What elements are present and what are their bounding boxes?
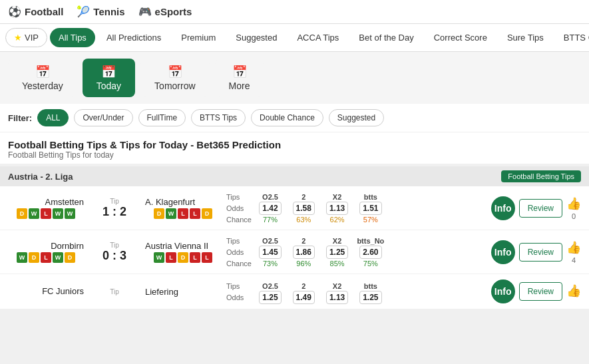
actions-section: Info Review 👍 0 <box>491 196 581 220</box>
info-button[interactable]: Info <box>491 196 515 220</box>
home-form: D W L W W <box>8 208 84 219</box>
tab-btts-ggng[interactable]: BTTS GG/NG <box>555 28 589 47</box>
score-section: Tip <box>89 288 140 295</box>
tab-bet-of-the-day[interactable]: Bet of the Day <box>350 28 422 47</box>
info-button[interactable]: Info <box>491 240 515 264</box>
tips-section: Tips O2.5 2 X2 btts Odds <box>226 192 386 224</box>
form-badge: L <box>202 252 212 263</box>
chance-cell-3: 62% <box>321 214 352 224</box>
page-subtitle: Football Betting Tips for today <box>8 150 581 160</box>
odds-row: Odds 1.25 1.49 1.13 1.25 <box>226 292 386 302</box>
like-button[interactable]: 👍 <box>566 240 581 255</box>
page-title-section: Football Betting Tips & Tips for Today -… <box>0 132 589 164</box>
info-button[interactable]: Info <box>491 279 515 303</box>
filter-over-under[interactable]: Over/Under <box>74 109 132 126</box>
teams-section: Dornbirn W D L W D Tip 0 : 3 Austria Vie… <box>8 241 221 263</box>
teams-section: Amstetten D W L W W Tip 1 : 2 A. Klagenf… <box>8 197 221 219</box>
home-form: W D L W D <box>8 252 84 263</box>
form-badge: W <box>17 252 27 263</box>
odds-row: Odds 1.42 1.58 1.13 1.51 <box>226 203 386 213</box>
odds-row: Odds 1.45 1.86 1.25 2.60 <box>226 247 386 257</box>
tab-all-predictions[interactable]: All Predictions <box>98 28 170 47</box>
like-button[interactable]: 👍 <box>566 196 581 211</box>
date-nav: 📅 Yesterday 📅 Today 📅 Tomorrow 📅 More <box>0 52 589 104</box>
review-button[interactable]: Review <box>519 243 562 262</box>
nav-tennis[interactable]: 🎾 Tennis <box>77 5 124 18</box>
home-team: Dornbirn W D L W D <box>8 241 84 263</box>
tips-section: Tips O2.5 2 X2 btts Odds 1.25 1.49 1.13 … <box>226 281 386 302</box>
filter-bar: Filter: ALL Over/Under FullTime BTTS Tip… <box>0 104 589 132</box>
like-section: 👍 4 <box>566 240 581 264</box>
home-team-name: FC Juniors <box>8 286 84 296</box>
like-section: 👍 0 <box>566 196 581 220</box>
calendar-icon: 📅 <box>35 65 50 79</box>
tab-bar: ★ VIP All Tips All Predictions Premium S… <box>0 24 589 52</box>
filter-suggested[interactable]: Suggested <box>329 109 384 126</box>
form-badge: W <box>65 208 75 219</box>
league-header: Austria - 2. Liga Football Betting Tips <box>0 166 589 186</box>
filter-btts-tips[interactable]: BTTS Tips <box>191 109 246 126</box>
away-team: A. Klagenfurt D W L L D <box>145 197 221 219</box>
form-badge: D <box>154 208 164 219</box>
calendar-icon: 📅 <box>101 65 116 79</box>
tip-header-4: btts <box>355 192 386 202</box>
match-row: Dornbirn W D L W D Tip 0 : 3 Austria Vie… <box>0 230 589 274</box>
actions-section: Info Review 👍 <box>491 279 581 303</box>
nav-esports[interactable]: 🎮 eSports <box>138 5 192 18</box>
tab-acca-tips[interactable]: ACCA Tips <box>288 28 347 47</box>
tips-section: Tips O2.5 2 X2 btts_No Odds 1.45 1.86 1.… <box>226 236 386 268</box>
odds-cell-2: 1.58 <box>288 203 319 213</box>
like-count: 4 <box>572 256 576 264</box>
like-count: 0 <box>572 212 576 220</box>
review-button[interactable]: Review <box>519 199 562 218</box>
odds-cell-1: 1.42 <box>255 203 286 213</box>
nav-football[interactable]: ⚽ Football <box>8 5 63 18</box>
filter-fulltime[interactable]: FullTime <box>138 109 186 126</box>
like-section: 👍 <box>566 283 581 299</box>
form-badge: L <box>178 208 188 219</box>
like-button[interactable]: 👍 <box>566 283 581 298</box>
date-today[interactable]: 📅 Today <box>83 59 135 97</box>
tab-premium[interactable]: Premium <box>172 28 224 47</box>
teams-section: FC Juniors Tip Liefering <box>8 286 221 297</box>
top-nav: ⚽ Football 🎾 Tennis 🎮 eSports <box>0 0 589 24</box>
chance-row: Chance 77% 63% 62% 57% <box>226 214 386 224</box>
score-section: Tip 0 : 3 <box>89 242 140 263</box>
date-more[interactable]: 📅 More <box>215 59 264 97</box>
chance-label: Chance <box>226 216 252 224</box>
tab-all-tips[interactable]: All Tips <box>50 28 95 47</box>
form-badge: L <box>166 252 176 263</box>
form-badge: D <box>178 252 188 263</box>
form-badge: D <box>65 252 75 263</box>
review-button[interactable]: Review <box>519 282 562 301</box>
calendar-icon: 📅 <box>168 65 182 79</box>
tab-correct-score[interactable]: Correct Score <box>425 28 496 47</box>
form-badge: W <box>166 208 176 219</box>
form-badge: D <box>17 208 27 219</box>
tennis-icon: 🎾 <box>77 5 90 18</box>
tab-sure-tips[interactable]: Sure Tips <box>498 28 552 47</box>
calendar-icon: 📅 <box>232 65 247 79</box>
home-team-name: Amstetten <box>8 197 84 207</box>
date-tomorrow[interactable]: 📅 Tomorrow <box>140 59 209 97</box>
league-badge: Football Betting Tips <box>501 170 581 182</box>
date-yesterday[interactable]: 📅 Yesterday <box>8 59 77 97</box>
filter-all[interactable]: ALL <box>37 109 69 126</box>
away-team-name: Liefering <box>145 287 221 297</box>
filter-double-chance[interactable]: Double Chance <box>251 109 323 126</box>
home-team-name: Dornbirn <box>8 241 84 251</box>
chance-cell-4: 57% <box>355 214 386 224</box>
match-score: 1 : 2 <box>89 205 140 219</box>
tips-header-row: Tips O2.5 2 X2 btts_No <box>226 236 386 246</box>
match-score: 0 : 3 <box>89 249 140 263</box>
chance-cell-2: 63% <box>288 214 319 224</box>
tip-label: Tip <box>89 242 140 249</box>
match-row: Amstetten D W L W W Tip 1 : 2 A. Klagenf… <box>0 186 589 230</box>
league-name: Austria - 2. Liga <box>8 172 73 182</box>
tips-header-row: Tips O2.5 2 X2 btts <box>226 281 386 291</box>
away-form: D W L L D <box>145 208 221 219</box>
tab-suggested[interactable]: Suggested <box>227 28 286 47</box>
match-row: FC Juniors Tip Liefering Tips O2.5 2 X2 … <box>0 274 589 309</box>
tip-header-3: X2 <box>321 192 352 202</box>
tab-vip[interactable]: ★ VIP <box>5 28 47 47</box>
